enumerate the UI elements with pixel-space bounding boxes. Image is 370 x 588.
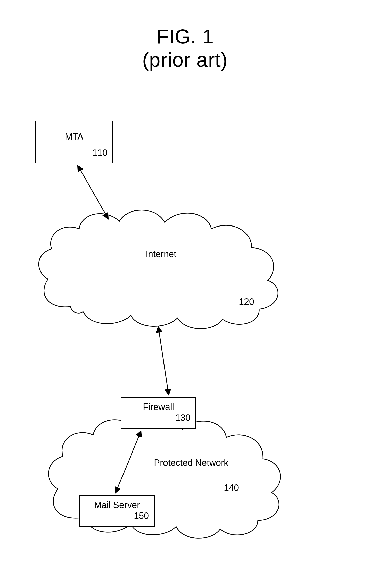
firewall-ref: 130 (121, 412, 195, 425)
mailserver-label: Mail Server (80, 496, 154, 510)
mailserver-ref: 150 (80, 510, 154, 523)
mta-ref: 110 (36, 142, 112, 160)
svg-line-2 (116, 431, 141, 493)
mta-box: MTA 110 (35, 121, 113, 163)
mailserver-box: Mail Server 150 (79, 495, 155, 527)
firewall-box: Firewall 130 (121, 397, 196, 429)
svg-line-0 (78, 166, 108, 219)
svg-line-1 (158, 327, 169, 395)
mta-label: MTA (36, 121, 112, 142)
firewall-label: Firewall (121, 398, 195, 412)
connectors (0, 0, 370, 588)
